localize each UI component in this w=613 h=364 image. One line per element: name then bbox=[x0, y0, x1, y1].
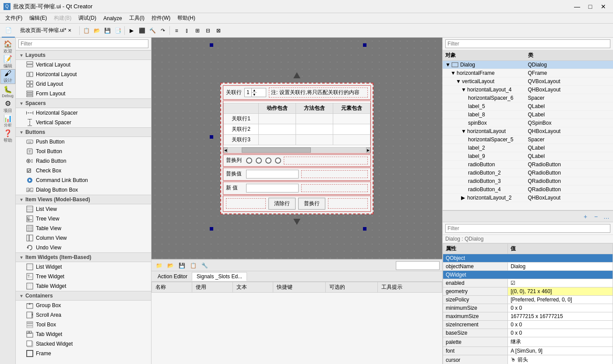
sidebar-item-tree-view[interactable]: Tree View bbox=[16, 214, 151, 224]
close-button[interactable]: ✕ bbox=[597, 2, 609, 11]
tb-new[interactable]: 📋 bbox=[81, 26, 91, 35]
canvas-tab-close[interactable]: ✕ bbox=[68, 28, 71, 33]
sidebar-item-undo-view[interactable]: Undo View bbox=[16, 243, 151, 252]
tree-row-hlayout[interactable]: ▼ horizontalLayout QHBoxLayout bbox=[443, 127, 613, 136]
tree-row-radio1[interactable]: radioButton QRadioButton bbox=[443, 161, 613, 169]
sidebar-item-tab-widget[interactable]: Tab Widget bbox=[16, 329, 151, 339]
sidebar-item-table-widget[interactable]: Table Widget bbox=[16, 281, 151, 291]
hframe-expand[interactable]: ▼ bbox=[451, 70, 456, 76]
radio-1[interactable] bbox=[246, 158, 252, 164]
left-icon-debug[interactable]: 🐛 Debug bbox=[0, 84, 15, 99]
maximize-button[interactable]: □ bbox=[584, 2, 596, 11]
tab-action-editor[interactable]: Action Editor bbox=[153, 273, 192, 280]
prop-basesize-value[interactable]: 0 x 0 bbox=[508, 329, 613, 337]
handle-tc[interactable] bbox=[363, 43, 366, 47]
sidebar-item-list-widget[interactable]: List Widget bbox=[16, 262, 151, 272]
radio-3[interactable] bbox=[265, 158, 271, 164]
sidebar-item-command-link[interactable]: Command Link Button bbox=[16, 175, 151, 185]
sidebar-item-tree-widget[interactable]: Tree Widget bbox=[16, 272, 151, 281]
prop-geometry-value[interactable]: [(0, 0), 721 x 460] bbox=[508, 287, 613, 296]
sidebar-item-grid-layout[interactable]: Grid Layout bbox=[16, 79, 151, 89]
category-buttons[interactable]: ▼ Buttons bbox=[16, 127, 151, 137]
tree-row-radio4[interactable]: radioButton_4 QRadioButton bbox=[443, 186, 613, 194]
menu-debug[interactable]: 调试(D) bbox=[75, 14, 100, 23]
left-icon-help[interactable]: ❓ 帮助 bbox=[0, 129, 15, 144]
prop-enabled-value[interactable]: ☑ bbox=[508, 279, 613, 287]
tb-layout-f[interactable]: ⊟ bbox=[203, 26, 213, 35]
category-containers[interactable]: ▼ Containers bbox=[16, 291, 151, 301]
tree-row-hlayout2[interactable]: ▶ horizontalLayout_2 QHBoxLayout bbox=[443, 194, 613, 202]
sidebar-item-dialog-btn-box[interactable]: OK✕ Dialog Button Box bbox=[16, 185, 151, 195]
menu-file[interactable]: 文件(F) bbox=[2, 14, 26, 23]
tb-build[interactable]: 🔨 bbox=[148, 26, 157, 35]
tree-row-hspacer5[interactable]: horizontalSpacer_5 Spacer bbox=[443, 136, 613, 144]
handle-bc[interactable] bbox=[363, 227, 366, 231]
tree-row-radio3[interactable]: radioButton_3 QRadioButton bbox=[443, 177, 613, 186]
dialog-expand[interactable]: ▼ bbox=[445, 62, 451, 68]
tree-row-hspacer6[interactable]: horizontalSpacer_6 Spacer bbox=[443, 94, 613, 102]
prop-maxsize-value[interactable]: 16777215 x 16777215 bbox=[508, 312, 613, 321]
tb-break[interactable]: ⊠ bbox=[214, 26, 223, 35]
sidebar-item-column-view[interactable]: Column View bbox=[16, 233, 151, 243]
tree-row-label2[interactable]: label_2 QLabel bbox=[443, 144, 613, 152]
prop-font-value[interactable]: A [SimSun, 9] bbox=[508, 347, 613, 355]
sidebar-item-frame[interactable]: Frame bbox=[16, 349, 151, 358]
canvas-bg[interactable]: 关联行 1 ▲ ▼ 注: 设置关联行,将只匹配关联行的内容 bbox=[151, 38, 442, 259]
clear-row-btn[interactable]: 清除行 bbox=[268, 198, 296, 210]
tree-row-label5[interactable]: label_5 QLabel bbox=[443, 102, 613, 111]
radio-4[interactable] bbox=[275, 158, 281, 164]
sidebar-item-radio-button[interactable]: Radio Button bbox=[16, 156, 151, 166]
menu-tools[interactable]: 工具(I) bbox=[126, 14, 148, 23]
sidebar-item-list-view[interactable]: List View bbox=[16, 204, 151, 214]
prop-sizepolicy-value[interactable]: [Preferred, Preferred, 0, 0] bbox=[508, 296, 613, 304]
hlayout4-expand[interactable]: ▼ bbox=[461, 87, 466, 93]
tree-row-hlayout4[interactable]: ▼ horizontalLayout_4 QHBoxLayout bbox=[443, 86, 613, 94]
handle-tl[interactable] bbox=[210, 43, 213, 47]
tb-layout-v[interactable]: ⫿ bbox=[182, 26, 192, 35]
table-hscroll[interactable]: ◀ ▶ bbox=[223, 147, 370, 153]
left-icon-project[interactable]: ⚙ 项目 bbox=[0, 99, 15, 114]
props-more-btn[interactable]: … bbox=[602, 212, 611, 221]
sidebar-item-tool-button[interactable]: T Tool Button bbox=[16, 147, 151, 156]
prop-palette-value[interactable]: 继承 bbox=[508, 337, 613, 347]
tb-save[interactable]: 💾 bbox=[102, 26, 112, 35]
sidebar-item-tool-box[interactable]: Tool Box bbox=[16, 320, 151, 329]
prop-cursor-value[interactable]: 🖱 箭头 bbox=[508, 355, 613, 364]
sidebar-item-horizontal-layout[interactable]: Horizontal Layout bbox=[16, 70, 151, 79]
tree-row-label9[interactable]: label_9 QLabel bbox=[443, 152, 613, 161]
tb-open[interactable]: 📂 bbox=[92, 26, 102, 35]
scroll-thumb[interactable] bbox=[242, 147, 311, 153]
tb-save-all[interactable]: 📑 bbox=[113, 26, 123, 35]
props-add-btn[interactable]: + bbox=[581, 212, 590, 221]
new-val-input[interactable] bbox=[246, 184, 299, 192]
handle-bl[interactable] bbox=[210, 227, 213, 231]
menu-help[interactable]: 帮助(H) bbox=[174, 14, 199, 23]
menu-edit[interactable]: 编辑(E) bbox=[26, 14, 50, 23]
sidebar-item-push-button[interactable]: OK Push Button bbox=[16, 137, 151, 147]
canvas-tab-file[interactable]: 批改页面-可伸缩.ui* ✕ bbox=[16, 26, 76, 35]
spinbox-up[interactable]: ▲ bbox=[252, 88, 257, 93]
tree-row-label8[interactable]: label_8 QLabel bbox=[443, 111, 613, 119]
tree-row-dialog[interactable]: ▼ Dialog QDialog bbox=[443, 61, 613, 69]
spinbox[interactable]: 1 ▲ ▼ bbox=[244, 88, 266, 97]
right-filter-input[interactable] bbox=[445, 39, 610, 48]
prop-objectname-value[interactable]: Dialog bbox=[508, 262, 613, 271]
sidebar-item-group-box[interactable]: ▣ Group Box bbox=[16, 301, 151, 310]
sidebar-item-form-layout[interactable]: Form Layout bbox=[16, 89, 151, 98]
bottom-tb-btn-2[interactable]: 📂 bbox=[166, 261, 175, 270]
tab-signals-slots[interactable]: Signals _Slots Ed... bbox=[192, 272, 247, 281]
tree-row-hframe[interactable]: ▼ horizontalFrame QFrame bbox=[443, 69, 613, 77]
prop-minsize-value[interactable]: 0 x 0 bbox=[508, 304, 613, 312]
sidebar-item-check-box[interactable]: Check Box bbox=[16, 166, 151, 175]
tree-row-vlayout[interactable]: ▼ verticalLayout QVBoxLayout bbox=[443, 77, 613, 86]
category-spacers[interactable]: ▼ Spacers bbox=[16, 98, 151, 108]
left-icon-design[interactable]: 🖌 设计 bbox=[0, 69, 15, 84]
props-remove-btn[interactable]: − bbox=[591, 212, 601, 221]
scroll-right[interactable]: ▶ bbox=[366, 147, 370, 153]
props-filter-input[interactable] bbox=[445, 224, 610, 233]
sidebar-item-v-spacer[interactable]: Vertical Spacer bbox=[16, 118, 151, 127]
tb-step[interactable]: ↷ bbox=[158, 26, 168, 35]
category-item-views[interactable]: ▼ Item Views (Model-Based) bbox=[16, 195, 151, 204]
replace-row-btn[interactable]: 普换行 bbox=[298, 198, 325, 210]
sidebar-item-scroll-area[interactable]: Scroll Area bbox=[16, 310, 151, 320]
